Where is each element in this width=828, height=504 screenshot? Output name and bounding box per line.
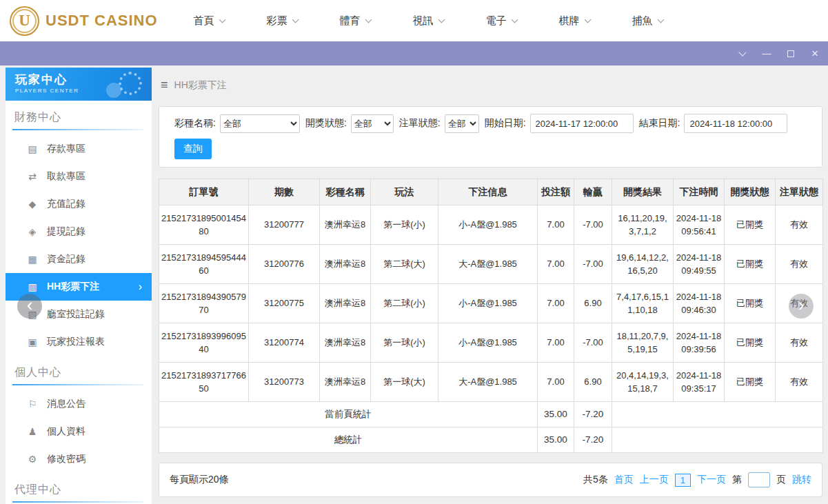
nav-item-label: 電子 [486, 14, 507, 28]
column-header: 期數 [249, 179, 320, 205]
table-cell: 7.00 [538, 284, 574, 323]
draw-status-select[interactable]: 全部 [351, 114, 394, 133]
summary-row: 總統計35.00-7.20 [159, 427, 823, 453]
main-nav: 首頁彩票體育視訊電子棋牌捕魚 [194, 14, 663, 28]
column-header: 開獎狀態 [725, 179, 776, 205]
sidebar-item-label: 個人資料 [47, 425, 85, 438]
minimize-button[interactable]: — [762, 48, 771, 59]
lottery-name-select[interactable]: 全部 [220, 114, 300, 133]
maximize-button[interactable] [786, 48, 796, 59]
table-cell: 20,4,14,19,3,15,18,7 [612, 363, 674, 402]
sidebar-item-label: 充值記錄 [47, 198, 85, 210]
page-jump-input[interactable] [748, 472, 770, 487]
end-date-input[interactable] [684, 114, 787, 133]
nav-item-label: 棋牌 [559, 14, 580, 28]
sidebar-item-label: 存款專區 [47, 143, 85, 155]
table-cell: 第二球(大) [371, 245, 438, 284]
summary-winloss-total: -7.20 [574, 402, 612, 427]
table-cell: 31200776 [249, 245, 320, 284]
sidebar-section-agent-center: 代理中心 [6, 473, 152, 503]
chevron-down-icon [657, 16, 664, 23]
window-title-bar: — × [0, 41, 828, 65]
withdraw-zone-icon: ⇄ [27, 171, 38, 182]
sidebar-item-change-password[interactable]: ⚙修改密碼 [6, 445, 152, 473]
sidebar-item-label: 資金記錄 [47, 253, 85, 265]
summary-bet-total: 35.00 [538, 402, 574, 427]
nav-item-label: 視訊 [413, 14, 434, 28]
player-bet-report-icon: ▣ [27, 336, 38, 347]
table-cell: 已開獎 [725, 205, 776, 245]
first-page-link[interactable]: 首页 [614, 474, 634, 486]
table-cell: 大-A盤@1.985 [438, 363, 538, 402]
sidebar-item-funds-record[interactable]: ▦資金記錄 [6, 245, 152, 273]
filter-actions: 查詢 [169, 139, 812, 159]
menu-icon[interactable]: ≡ [161, 78, 168, 92]
table-row: 215217318945954446031200776澳洲幸运8第二球(大)大-… [159, 245, 823, 284]
table-cell: 31200775 [249, 284, 320, 323]
sidebar-item-label: 提現記錄 [47, 225, 85, 238]
prev-page-link[interactable]: 上一页 [640, 474, 669, 486]
deposit-zone-icon: ▤ [27, 143, 38, 154]
sidebar-item-label: 玩家投注報表 [47, 336, 105, 348]
nav-item-sports[interactable]: 體育 [340, 14, 371, 28]
nav-item-live-video[interactable]: 視訊 [413, 14, 444, 28]
table-cell: 6.90 [574, 284, 612, 323]
arrow-right-icon: › [798, 294, 805, 315]
section-underline [12, 384, 143, 385]
table-cell: 已開獎 [725, 245, 776, 284]
table-cell: -7.00 [574, 205, 612, 245]
chevron-right-icon: › [139, 281, 142, 293]
table-cell: 31200774 [249, 323, 320, 363]
jump-link[interactable]: 跳转 [792, 474, 811, 486]
collapse-button[interactable] [738, 48, 747, 59]
table-cell: 小-A盤@1.985 [438, 205, 538, 245]
search-button[interactable]: 查詢 [174, 139, 212, 159]
next-page-link[interactable]: 下一页 [697, 474, 726, 486]
nav-item-label: 彩票 [267, 14, 287, 28]
nav-item-home[interactable]: 首頁 [194, 14, 225, 28]
sidebar-item-player-bet-report[interactable]: ▣玩家投注報表 [6, 328, 152, 356]
table-cell: 2152173189459544460 [159, 245, 249, 284]
carousel-right-arrow[interactable]: › [789, 294, 814, 319]
table-cell: 澳洲幸运8 [320, 245, 371, 284]
breadcrumb: ≡ HH彩票下注 [159, 65, 822, 106]
table-cell: 已開獎 [725, 363, 776, 402]
table-row: 215217318937177665031200773澳洲幸运8第一球(大)大-… [159, 363, 823, 402]
table-cell: 2024-11-18 09:56:41 [674, 205, 725, 245]
sidebar-item-recharge-record[interactable]: ◆充值記錄 [6, 190, 152, 218]
table-cell: 澳洲幸运8 [320, 323, 371, 363]
nav-item-fishing[interactable]: 捕魚 [632, 14, 663, 28]
bet-status-select[interactable]: 全部 [445, 114, 479, 133]
sidebar-item-label: 廳室投註記錄 [47, 308, 105, 321]
start-date-input[interactable] [530, 114, 634, 133]
filter-panel: 彩種名稱: 全部 開獎狀態: 全部 注單狀態: 全部 開始日期: 結束日期: 查… [159, 106, 822, 168]
logo-text: USDT CASINO [46, 12, 158, 30]
main-content: ≡ HH彩票下注 彩種名稱: 全部 開獎狀態: 全部 注單狀態: 全部 開始日期… [159, 65, 822, 497]
chevron-down-icon [219, 16, 225, 23]
table-row: 215217318950014548031200777澳洲幸运8第一球(小)小-… [159, 205, 823, 245]
nav-item-label: 首頁 [194, 14, 214, 28]
close-button[interactable]: × [810, 48, 820, 59]
chevron-down-icon [438, 16, 445, 23]
sidebar-item-profile[interactable]: ♟個人資料 [6, 418, 152, 445]
maximize-icon [787, 50, 794, 57]
nav-item-slots[interactable]: 電子 [486, 14, 517, 28]
sidebar-item-label: 取款專區 [47, 170, 85, 183]
top-nav-bar: U USDT CASINO 首頁彩票體育視訊電子棋牌捕魚 [0, 0, 828, 41]
withdrawal-record-icon: ◈ [27, 226, 38, 237]
nav-item-chess[interactable]: 棋牌 [559, 14, 590, 28]
sidebar-item-announcements[interactable]: ⚐消息公告 [6, 390, 152, 418]
sidebar-item-deposit-zone[interactable]: ▤存款專區 [6, 135, 152, 163]
sidebar-item-withdraw-zone[interactable]: ⇄取款專區 [6, 163, 152, 190]
current-page-indicator[interactable]: 1 [675, 474, 691, 487]
logo[interactable]: U USDT CASINO [10, 6, 158, 36]
carousel-left-arrow[interactable]: ‹ [17, 294, 42, 319]
per-page-text: 每頁顯示20條 [170, 474, 229, 486]
nav-item-lottery[interactable]: 彩票 [267, 14, 298, 28]
table-cell: 有效 [776, 363, 823, 402]
sidebar-item-withdrawal-record[interactable]: ◈提現記錄 [6, 218, 152, 245]
table-header-row: 訂單號期數彩種名稱玩法下注信息投注額輸贏開獎結果下注時間開獎狀態注單狀態 [159, 179, 823, 205]
sidebar: 玩家中心 PLAYERS CENTER 財務中心▤存款專區⇄取款專區◆充值記錄◈… [6, 68, 152, 504]
summary-empty-cell [612, 427, 823, 453]
table-cell: 18,11,20,7,9,5,19,15 [612, 323, 674, 363]
